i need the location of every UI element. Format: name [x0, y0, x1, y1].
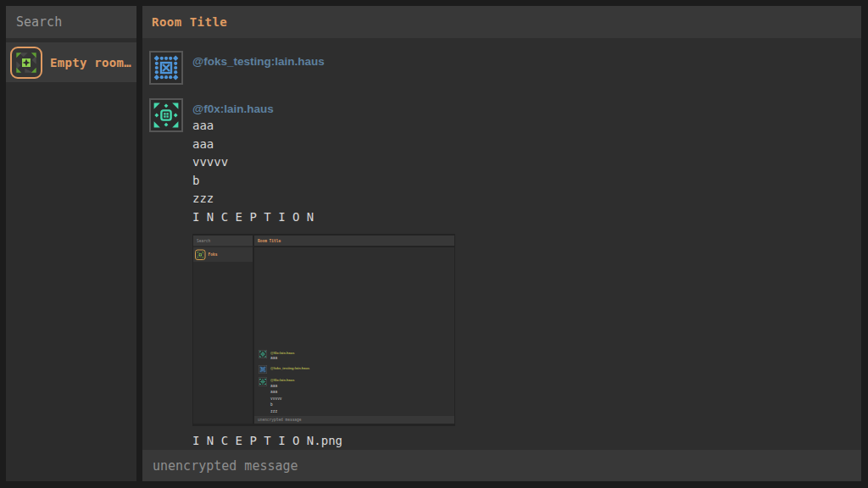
- message-text: vvvvv: [192, 153, 455, 172]
- message-text: aaa: [192, 117, 455, 136]
- mini-avatar: [259, 365, 267, 374]
- embedded-screenshot: Search Foks Room Title: [192, 234, 455, 426]
- mini-room-avatar: [195, 249, 206, 260]
- mini-main-pane: Room Title @f0x:lain.haus: [254, 236, 454, 424]
- mini-avatar: [259, 350, 267, 358]
- room-search-box[interactable]: [6, 6, 136, 38]
- mini-message-text: aaa: [270, 389, 294, 396]
- mini-messages: @f0x:lain.haus aaa: [259, 350, 454, 414]
- message-body: @foks_testing:lain.haus: [192, 51, 325, 85]
- room-name-label: Empty room…: [50, 56, 131, 69]
- mini-app-frame: Search Foks Room Title: [192, 234, 455, 426]
- mini-sidebar-item-room: Foks: [193, 247, 253, 262]
- message-timeline[interactable]: @foks_testing:lain.haus @f0x:lain.haus a…: [142, 38, 861, 450]
- message-group: @f0x:lain.haus aaa aaa vvvvv b zzz I N C…: [149, 98, 861, 450]
- sidebar-item-room[interactable]: Empty room…: [6, 42, 136, 82]
- green-room-identicon-icon: [197, 251, 205, 259]
- avatar[interactable]: [149, 98, 183, 132]
- sender-name[interactable]: @foks_testing:lain.haus: [192, 53, 325, 69]
- attached-image[interactable]: Search Foks Room Title: [192, 234, 455, 426]
- room-title: Room Title: [152, 15, 227, 29]
- message-text: zzz: [192, 190, 455, 208]
- mini-message-text: vvvvv: [270, 396, 294, 402]
- blue-identicon-icon: [153, 54, 180, 81]
- green-identicon-icon: [259, 351, 266, 358]
- message-text: I N C E P T I O N: [192, 208, 455, 227]
- attachment-filename[interactable]: I N C E P T I O N.png: [192, 432, 455, 450]
- mini-room-name-label: Foks: [209, 252, 218, 257]
- mini-message-group: @foks_testing:lain.haus: [259, 365, 454, 374]
- mini-search-box: Search: [193, 236, 253, 246]
- mini-sidebar: Search Foks: [193, 236, 253, 424]
- mini-message-group: @f0x:lain.haus aaa aaa vvvvv b zzz: [259, 378, 454, 415]
- blue-identicon-icon: [259, 366, 266, 373]
- mini-message-text: zzz: [270, 408, 294, 415]
- message-text: b: [192, 172, 455, 191]
- message-text: aaa: [192, 136, 455, 154]
- composer-bar[interactable]: [142, 450, 861, 481]
- mini-message-text: aaa: [270, 383, 294, 390]
- mini-avatar: [259, 378, 267, 386]
- main-pane: Room Title @foks_testing:lain.haus @f0x:…: [142, 6, 861, 481]
- search-input[interactable]: [16, 14, 126, 30]
- room-avatar: [10, 47, 42, 79]
- mini-message-body: @foks_testing:lain.haus: [270, 365, 309, 374]
- message-input[interactable]: [153, 458, 851, 474]
- green-identicon-icon: [153, 102, 180, 129]
- sidebar: Empty room…: [6, 6, 136, 481]
- green-identicon-icon: [259, 379, 266, 385]
- room-header: Room Title: [142, 6, 861, 38]
- mini-message-group: @f0x:lain.haus aaa: [259, 350, 454, 362]
- message-group: @foks_testing:lain.haus: [149, 51, 861, 85]
- mini-composer: unencrypted message: [254, 416, 454, 424]
- mini-room-title: Room Title: [254, 236, 454, 246]
- mini-message-body: @f0x:lain.haus aaa: [270, 350, 294, 362]
- avatar[interactable]: [149, 51, 183, 85]
- mini-message-text: b: [270, 402, 294, 408]
- message-body: @f0x:lain.haus aaa aaa vvvvv b zzz I N C…: [192, 98, 455, 450]
- mini-message-timeline: @f0x:lain.haus aaa: [254, 247, 454, 416]
- mini-message-body: @f0x:lain.haus aaa aaa vvvvv b zzz: [270, 378, 294, 415]
- sender-name[interactable]: @f0x:lain.haus: [192, 101, 455, 117]
- mini-sender-name: @foks_testing:lain.haus: [270, 366, 309, 371]
- green-room-identicon-icon: [14, 50, 39, 75]
- mini-message-text: aaa: [270, 355, 294, 362]
